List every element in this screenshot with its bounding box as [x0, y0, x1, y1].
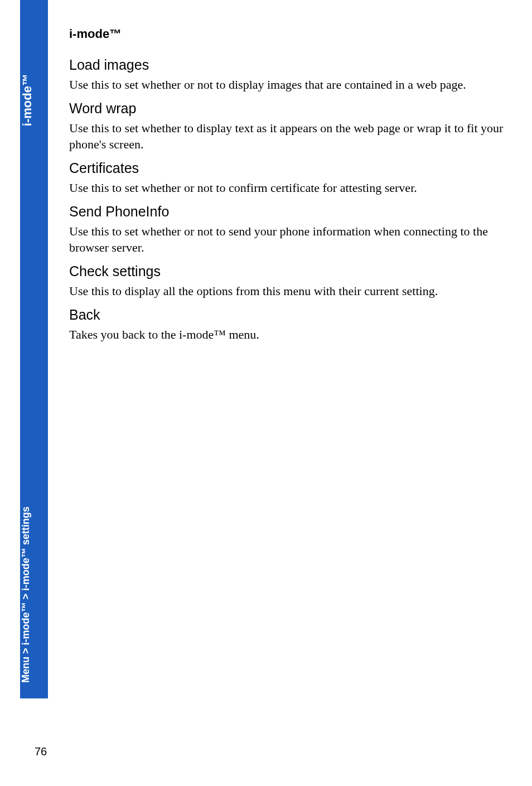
body-certificates: Use this to set whether or not to confir… — [69, 180, 504, 196]
heading-back: Back — [69, 307, 504, 323]
heading-word-wrap: Word wrap — [69, 100, 504, 117]
heading-check-settings: Check settings — [69, 263, 504, 279]
heading-load-images: Load images — [69, 57, 504, 73]
page: i-mode™ Menu > i-mode™ > i-mode™ setting… — [0, 0, 532, 786]
sidebar-breadcrumb: Menu > i-mode™ > i-mode™ settings — [20, 507, 48, 683]
body-load-images: Use this to set whether or not to displa… — [69, 76, 504, 93]
content-area: i-mode™ Load images Use this to set whet… — [69, 27, 504, 347]
sidebar: i-mode™ Menu > i-mode™ > i-mode™ setting… — [20, 0, 48, 698]
chapter-title: i-mode™ — [69, 27, 504, 41]
body-check-settings: Use this to display all the options from… — [69, 283, 504, 299]
body-back: Takes you back to the i-mode™ menu. — [69, 326, 504, 343]
page-number: 76 — [35, 745, 47, 758]
heading-certificates: Certificates — [69, 160, 504, 176]
body-word-wrap: Use this to set whether to display text … — [69, 120, 504, 152]
heading-send-phoneinfo: Send PhoneInfo — [69, 204, 504, 220]
sidebar-section-label: i-mode™ — [20, 74, 48, 126]
body-send-phoneinfo: Use this to set whether or not to send y… — [69, 223, 504, 255]
